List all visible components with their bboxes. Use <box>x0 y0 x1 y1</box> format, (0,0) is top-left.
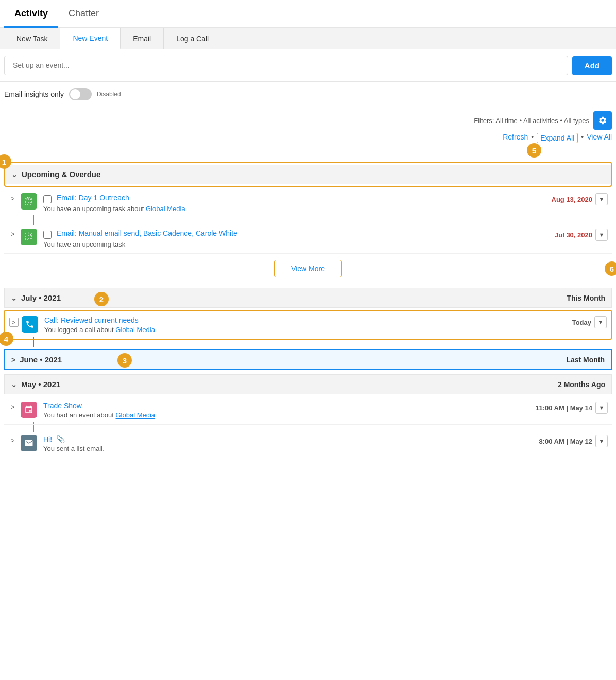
item-title-email-manual[interactable]: Email: Manual email send, Basic Cadence,… <box>57 229 237 237</box>
task-checkbox-2[interactable] <box>43 231 52 239</box>
view-more-row: View More 6 <box>4 254 612 284</box>
tab-chatter[interactable]: Chatter <box>58 0 109 28</box>
activity-item-email-day1: > Email: Day 1 Outreach You have an upco… <box>4 188 612 218</box>
activity-item-trade-show: > Trade Show You had an event about Glob… <box>4 396 612 425</box>
june-section-right: Last Month <box>566 356 605 364</box>
chevron-down-icon-july: ⌄ <box>11 294 17 302</box>
annotation-5: 5 <box>527 143 541 158</box>
activity-item-email-manual: > Email: Manual email send, Basic Cadenc… <box>4 223 612 254</box>
annotation-6: 6 <box>605 261 616 276</box>
july-section-right: This Month <box>567 294 605 302</box>
item-title-hi[interactable]: Hi! <box>43 435 52 443</box>
item-date-2: Jul 30, 2020 <box>555 231 592 239</box>
chevron-down-icon-may: ⌄ <box>11 380 17 389</box>
dropdown-arrow-call[interactable]: ▼ <box>594 316 607 328</box>
may-section-right: 2 Months Ago <box>558 380 605 389</box>
dropdown-arrow-2[interactable]: ▼ <box>595 229 608 241</box>
task-icon-2 <box>21 229 37 245</box>
item-desc-hi: You sent a list email. <box>43 445 539 452</box>
toggle-label: Email insights only <box>4 90 64 98</box>
view-more-button[interactable]: View More <box>274 260 342 277</box>
item-title-call[interactable]: Call: Reviewed current needs <box>44 316 139 324</box>
dot-2: • <box>581 133 584 143</box>
item-title-tradeshow[interactable]: Trade Show <box>43 402 82 410</box>
actions-row: Refresh • Expand All • View All 5 <box>0 132 616 147</box>
email-insights-toggle[interactable] <box>69 88 92 100</box>
search-row: Add <box>0 49 616 82</box>
item-expand-tradeshow[interactable]: > <box>8 403 18 412</box>
dropdown-arrow-hi[interactable]: ▼ <box>595 435 608 447</box>
action-tabs: New Task New Event Email Log a Call <box>0 28 616 49</box>
may-section-header[interactable]: ⌄ May • 2021 2 Months Ago <box>4 374 612 394</box>
task-checkbox-1[interactable] <box>43 195 52 203</box>
item-expand-chevron-2[interactable]: > <box>8 230 18 239</box>
toggle-status: Disabled <box>97 91 121 98</box>
email-icon-hi <box>21 435 37 451</box>
dropdown-arrow-tradeshow[interactable]: ▼ <box>595 402 608 414</box>
dropdown-arrow-1[interactable]: ▼ <box>595 193 608 205</box>
upcoming-overdue-section: ⌄ Upcoming & Overdue <box>4 162 612 187</box>
refresh-link[interactable]: Refresh <box>503 133 528 143</box>
item-date-call: Today <box>572 319 591 326</box>
filters-row: Filters: All time • All activities • All… <box>0 107 616 132</box>
item-title-email-day1[interactable]: Email: Day 1 Outreach <box>57 194 129 202</box>
event-search-input[interactable] <box>4 56 568 75</box>
may-section-label: May • 2021 <box>21 380 60 389</box>
activity-item-call: > Call: Reviewed current needs You logge… <box>4 310 612 340</box>
expand-all-link[interactable]: Expand All <box>537 133 578 143</box>
dot-1: • <box>531 133 534 143</box>
item-date-tradeshow: 11:00 AM | May 14 <box>535 404 592 412</box>
action-tab-new-event[interactable]: New Event <box>60 28 121 49</box>
global-media-link-call[interactable]: Global Media <box>115 326 155 334</box>
june-section-header[interactable]: > June • 2021 Last Month <box>4 349 612 370</box>
item-desc-1: You have an upcoming task about Global M… <box>43 205 552 213</box>
june-section-label: June • 2021 <box>20 355 62 364</box>
item-desc-2: You have an upcoming task <box>43 240 555 248</box>
chevron-right-icon-june: > <box>11 356 15 364</box>
item-desc-call: You logged a call about Global Media <box>44 326 572 334</box>
add-button[interactable]: Add <box>572 56 612 75</box>
attachment-icon: 📎 <box>56 435 65 443</box>
call-icon <box>22 316 38 333</box>
upcoming-section-header[interactable]: ⌄ Upcoming & Overdue <box>5 165 611 184</box>
activity-item-hi: > Hi! 📎 You sent a list email. 8:00 AM |… <box>4 430 612 458</box>
global-media-link-tradeshow[interactable]: Global Media <box>116 411 156 419</box>
tab-activity[interactable]: Activity <box>4 0 58 28</box>
july-section-label: July • 2021 <box>21 293 61 302</box>
july-section-header[interactable]: ⌄ July • 2021 This Month <box>4 288 612 308</box>
event-icon-tradeshow <box>21 402 37 418</box>
toggle-row: Email insights only Disabled <box>0 82 616 107</box>
gear-button[interactable] <box>593 111 612 130</box>
action-tab-log-call[interactable]: Log a Call <box>164 28 221 49</box>
task-icon <box>21 193 37 210</box>
item-expand-box-call[interactable]: > <box>9 318 19 327</box>
item-expand-hi[interactable]: > <box>8 436 18 445</box>
gear-icon <box>598 116 607 125</box>
action-tab-new-task[interactable]: New Task <box>4 28 60 49</box>
item-expand-chevron[interactable]: > <box>8 194 18 203</box>
item-date-1: Aug 13, 2020 <box>552 196 593 203</box>
item-desc-tradeshow: You had an event about Global Media <box>43 411 535 419</box>
chevron-down-icon: ⌄ <box>11 170 18 179</box>
action-tab-email[interactable]: Email <box>121 28 164 49</box>
tab-bar: Activity Chatter <box>0 0 616 28</box>
view-all-link[interactable]: View All <box>587 133 612 143</box>
global-media-link-1[interactable]: Global Media <box>146 205 185 213</box>
item-date-hi: 8:00 AM | May 12 <box>539 438 592 445</box>
filters-text: Filters: All time • All activities • All… <box>474 117 589 125</box>
upcoming-section-label: Upcoming & Overdue <box>22 170 100 179</box>
